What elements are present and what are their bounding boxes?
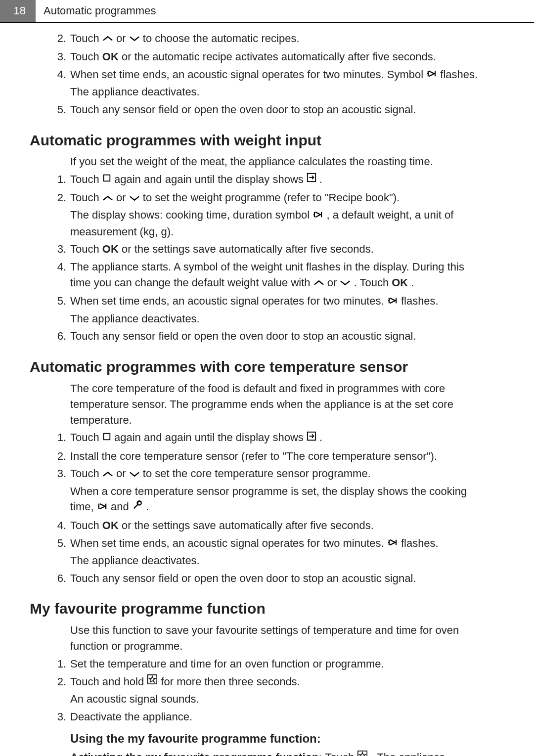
step-number: 3. <box>49 466 66 482</box>
step-number: 2. <box>49 674 66 690</box>
intro-step-list: 2. Touch or to choose the automatic reci… <box>49 31 485 118</box>
text: Touch <box>325 751 357 756</box>
text: for more then three seconds. <box>161 675 300 688</box>
text: to set the weight programme (refer to "R… <box>143 191 400 204</box>
text: flashes. <box>440 68 478 81</box>
heading-core: Automatic programmes with core temperatu… <box>30 356 485 378</box>
sub-text: The display shows: cooking time, duratio… <box>70 207 485 239</box>
step-number: 3. <box>49 709 66 725</box>
step: 2. Touch and hold for more then three se… <box>49 674 485 707</box>
text: Touch <box>70 173 102 185</box>
text: again and again until the display shows <box>114 431 307 444</box>
probe-icon <box>132 499 143 515</box>
square-icon <box>102 430 111 445</box>
text: Touch <box>70 243 102 255</box>
text: or the settings save automatically after… <box>122 519 374 532</box>
up-icon <box>102 30 113 46</box>
step-number: 2. <box>49 31 66 46</box>
down-icon <box>129 466 140 482</box>
star-icon <box>357 750 368 756</box>
text: again and again until the display shows <box>114 173 307 185</box>
text: or <box>116 32 129 44</box>
step-number: 3. <box>49 49 66 65</box>
step: 6. Touch any sensor field or open the ov… <box>49 571 485 586</box>
step-number: 2. <box>49 448 66 464</box>
text: Touch any sensor field or open the oven … <box>70 103 416 116</box>
down-icon <box>129 190 140 206</box>
auto-box-icon <box>307 430 316 445</box>
sub-text: When a core temperature sensor programme… <box>70 484 485 516</box>
header-bar: 18 Automatic programmes <box>0 0 534 23</box>
duration-icon <box>97 499 108 515</box>
fav-bullet-list: Activating the my favourite programme fu… <box>60 750 485 756</box>
text: Touch any sensor field or open the oven … <box>70 330 416 342</box>
text: Install the core temperature sensor (ref… <box>70 450 437 462</box>
bold-lead: Activating the my favourite programme fu… <box>70 751 322 756</box>
step-number: 1. <box>49 172 66 187</box>
text: Set the temperature and time for an oven… <box>70 658 384 670</box>
text: Deactivate the appliance. <box>70 711 192 723</box>
step: 1. Set the temperature and time for an o… <box>49 656 485 672</box>
up-icon <box>313 274 324 290</box>
step: 6. Touch any sensor field or open the ov… <box>49 328 485 344</box>
square-icon <box>102 171 111 187</box>
header-title: Automatic programmes <box>36 0 164 22</box>
step-number: 5. <box>49 293 66 309</box>
step-number: 6. <box>49 328 66 344</box>
text: or the settings save automatically after… <box>122 243 374 255</box>
text: flashes. <box>401 537 439 549</box>
duration-icon <box>387 293 398 309</box>
up-icon <box>102 190 113 206</box>
duration-icon <box>426 66 437 82</box>
text: Touch <box>70 519 102 532</box>
step-2: 2. Touch or to choose the automatic reci… <box>49 31 485 47</box>
intro-weight: If you set the weight of the meat, the a… <box>70 154 485 170</box>
sub-text: The appliance deactivates. <box>70 553 485 569</box>
step-4: 4. When set time ends, an acoustic signa… <box>49 67 485 100</box>
step-number: 2. <box>49 190 66 206</box>
step: 5. When set time ends, an acoustic signa… <box>49 535 485 569</box>
step-number: 4. <box>49 259 66 275</box>
text: or <box>116 191 129 204</box>
text: Touch <box>70 431 102 444</box>
step-number: 4. <box>49 67 66 83</box>
sub-text: An acoustic signal sounds. <box>70 691 485 707</box>
text: and <box>111 500 132 513</box>
ok-label: OK <box>102 50 119 63</box>
text: . <box>319 431 322 444</box>
step: 3. Deactivate the appliance. <box>49 709 485 725</box>
step-number: 4. <box>49 518 66 534</box>
page-number: 18 <box>0 0 36 22</box>
text: or <box>327 276 340 289</box>
text: When set time ends, an acoustic signal o… <box>70 295 387 307</box>
weight-step-list: 1. Touch again and again until the displ… <box>49 172 485 344</box>
content-body: 2. Touch or to choose the automatic reci… <box>0 31 534 756</box>
text: When set time ends, an acoustic signal o… <box>70 68 426 81</box>
ok-label: OK <box>102 519 119 532</box>
down-icon <box>340 274 351 290</box>
text: Touch and hold <box>70 675 147 688</box>
text: flashes. <box>401 295 439 307</box>
text: . Touch <box>354 276 392 289</box>
heading-weight: Automatic programmes with weight input <box>30 130 485 151</box>
sub-text: The appliance deactivates. <box>70 84 485 100</box>
fav-step-list: 1. Set the temperature and time for an o… <box>49 656 485 725</box>
step-5: 5. Touch any sensor field or open the ov… <box>49 102 485 118</box>
text: to choose the automatic recipes. <box>143 32 300 44</box>
duration-icon <box>312 207 323 223</box>
text: Touch <box>70 50 102 63</box>
step-number: 5. <box>49 102 66 118</box>
text: or <box>116 467 129 480</box>
step-3: 3. Touch OK or the automatic recipe acti… <box>49 49 485 65</box>
step: 1. Touch again and again until the displ… <box>49 430 485 446</box>
step: 1. Touch again and again until the displ… <box>49 172 485 188</box>
step-number: 6. <box>49 571 66 586</box>
text: Touch <box>70 191 102 204</box>
text: or the automatic recipe activates automa… <box>122 50 436 63</box>
intro-fav: Use this function to save your favourite… <box>70 623 485 654</box>
step-number: 3. <box>49 241 66 257</box>
list-item: Activating the my favourite programme fu… <box>60 750 485 756</box>
step-number: 1. <box>49 656 66 672</box>
intro-core: The core temperature of the food is defa… <box>70 381 485 428</box>
text: The display shows: cooking time, duratio… <box>70 209 312 221</box>
